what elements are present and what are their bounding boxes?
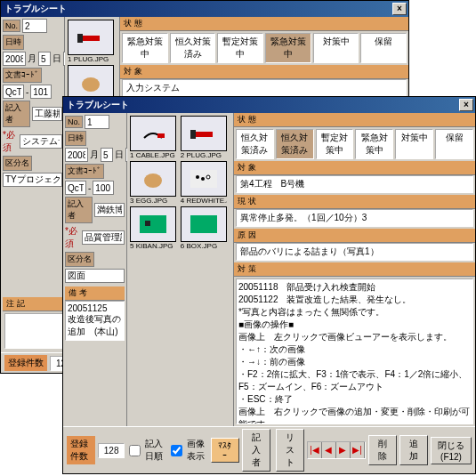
date-order-checkbox[interactable]	[129, 445, 141, 456]
date-label: 日時	[3, 35, 24, 50]
thumb-item[interactable]: 3 EGG.JPG	[130, 161, 176, 205]
thumb-item[interactable]: 4 REDWHITE.JP	[181, 161, 227, 205]
egg-icon	[140, 170, 166, 188]
doc-label: 文書ｺｰﾄﾞ	[65, 164, 104, 179]
writer-button[interactable]: 記入者	[242, 429, 270, 472]
status-opt-2[interactable]: 緊急対策中	[355, 129, 393, 159]
memo-text-2[interactable]: 20051125改造後写真の追加 (本山)	[65, 301, 125, 341]
date-order-label: 記入日順	[145, 438, 166, 463]
action-header: 対 策	[234, 262, 475, 277]
thumb-item[interactable]: 1 CABLE.JPG	[130, 116, 176, 159]
status-header: 状 態	[120, 17, 408, 31]
category-label: 区分名	[3, 156, 32, 171]
thumb-pane-2: 1 CABLE.JPG 2 PLUG.JPG 3 EGG.JPG 4 REDWH…	[127, 113, 234, 426]
left-pane-1: No. 日時 月日 文書ｺｰﾄﾞ - 記入者 *必須 区分名	[1, 17, 65, 295]
svg-point-9	[201, 177, 205, 181]
target-content[interactable]: 入力システム	[122, 79, 407, 97]
status-current[interactable]: 緊急対策中	[122, 33, 168, 63]
doc-suf-input[interactable]	[93, 181, 114, 195]
sys-input[interactable]	[20, 134, 62, 149]
recorder-input[interactable]	[94, 203, 125, 217]
nav-next-icon[interactable]: ▶	[336, 442, 351, 458]
symptom-header-2: 現 状	[234, 195, 475, 209]
master-button[interactable]: ﾏｽﾀｰ	[211, 438, 239, 463]
required-label: *必須	[3, 129, 18, 154]
window-front: トラブルシート × No. 日時 月日 文書ｺｰﾄﾞ - 記入者 *必須 区分名…	[62, 96, 476, 474]
target-header-2: 対 象	[234, 161, 475, 175]
cause-content[interactable]: 部品のバリによる詰まり（写真1）	[236, 243, 473, 261]
plug-icon	[190, 125, 217, 142]
cable-icon	[140, 125, 166, 142]
doc-pre-input[interactable]	[65, 181, 86, 195]
category-input[interactable]	[65, 269, 125, 283]
status-opt-3[interactable]: 対策中	[395, 129, 433, 159]
status-opt-1[interactable]: 暫定対策中	[217, 33, 263, 63]
action-content[interactable]: 20051118 部品受け入れ検査開始 20051122 装置改造した結果、発生…	[236, 278, 473, 424]
status-opt-4[interactable]: 保留	[435, 129, 473, 159]
svg-rect-4	[195, 132, 213, 137]
doc-pre-input[interactable]	[3, 85, 24, 99]
svg-point-8	[196, 175, 199, 179]
target-content-2[interactable]: 第4工程 B号機	[236, 175, 473, 193]
status-header-2: 状 態	[234, 113, 475, 127]
svg-rect-0	[82, 36, 100, 41]
close-icon[interactable]: ×	[392, 3, 407, 15]
delete-button[interactable]: 削除	[368, 435, 397, 465]
thumb-item[interactable]: 1 PLUG.JPG	[68, 20, 114, 63]
thumb-item[interactable]: 5 KIBAN.JPG	[130, 206, 176, 250]
svg-rect-12	[145, 221, 150, 226]
list-button[interactable]: リスト	[276, 429, 304, 472]
svg-point-6	[144, 173, 162, 188]
add-button[interactable]: 追加	[399, 435, 428, 465]
titlebar-2: トラブルシート ×	[63, 97, 475, 113]
recorder-input[interactable]	[32, 107, 62, 121]
status-opt-4[interactable]: 保留	[360, 33, 407, 63]
day-unit: 日	[52, 52, 61, 65]
nav-first-icon[interactable]: |◀	[308, 442, 322, 458]
svg-rect-5	[190, 130, 196, 139]
cause-header: 原 因	[234, 229, 475, 243]
status-opt-2[interactable]: 緊急対策中	[265, 33, 311, 63]
status-opt-0[interactable]: 恒久対策済み	[276, 129, 314, 159]
go-icon	[190, 170, 217, 188]
status-current[interactable]: 恒久対策済み	[236, 129, 274, 159]
month-input[interactable]	[101, 148, 113, 162]
symptom-content-2[interactable]: 異常停止多発。（1回／10分）3	[236, 209, 473, 227]
no-input[interactable]	[85, 115, 109, 129]
sys-input[interactable]	[82, 230, 125, 245]
close-icon[interactable]: ×	[459, 99, 473, 111]
nav-group: |◀ ◀ ▶ ▶|	[307, 441, 366, 459]
svg-point-2	[82, 77, 100, 92]
nav-last-icon[interactable]: ▶|	[351, 442, 365, 458]
title-2: トラブルシート	[67, 99, 457, 111]
nav-prev-icon[interactable]: ◀	[322, 442, 336, 458]
status-opt-1[interactable]: 暫定対策中	[316, 129, 354, 159]
svg-rect-11	[140, 215, 166, 233]
close-button[interactable]: 閉じる(F12)	[431, 437, 472, 464]
egg-icon	[77, 74, 104, 92]
required-label: *必須	[65, 225, 80, 250]
no-input[interactable]	[22, 19, 47, 33]
month-input[interactable]	[38, 52, 51, 66]
status-opt-0[interactable]: 恒久対策済み	[170, 33, 216, 63]
no-label: No.	[3, 20, 20, 32]
status-opt-3[interactable]: 対策中	[313, 33, 359, 63]
category-input[interactable]	[3, 173, 62, 187]
doc-label: 文書ｺｰﾄﾞ	[3, 68, 42, 83]
image-show-label: 画像表示	[187, 438, 208, 463]
plug-icon	[77, 28, 104, 46]
thumb-item[interactable]: 2 PLUG.JPG	[181, 116, 227, 159]
no-label: No.	[65, 116, 83, 128]
box-icon	[190, 215, 217, 233]
year-input[interactable]	[65, 148, 88, 162]
svg-rect-3	[157, 133, 165, 138]
thumb-item[interactable]: 6 BOX.JPG	[181, 206, 227, 250]
category-label: 区分名	[65, 252, 94, 267]
month-unit: 月	[28, 52, 36, 65]
pcb-icon	[140, 215, 166, 233]
image-show-checkbox[interactable]	[171, 445, 182, 456]
left-pane-2: No. 日時 月日 文書ｺｰﾄﾞ - 記入者 *必須 区分名 備 考 20051…	[63, 113, 127, 426]
right-pane-2: 状 態 恒久対策済み 恒久対策済み 暫定対策中 緊急対策中 対策中 保留 対 象…	[234, 113, 475, 426]
year-input[interactable]	[3, 52, 26, 66]
doc-suf-input[interactable]	[30, 85, 52, 99]
